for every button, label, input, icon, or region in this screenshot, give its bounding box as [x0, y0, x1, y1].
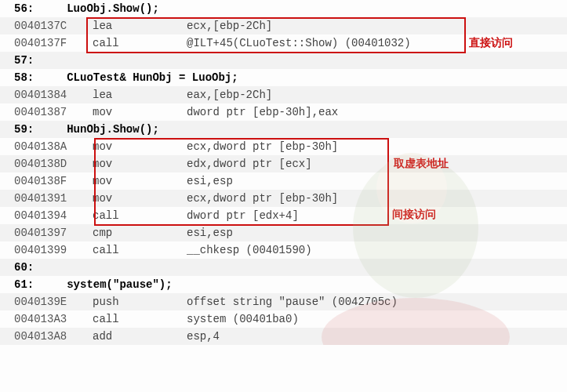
address: 0040138D	[14, 158, 93, 170]
opcode: mov	[93, 158, 187, 170]
operands: ecx,dword ptr [ebp-30h]	[187, 140, 338, 153]
asm-line: 00401394calldword ptr [edx+4]	[0, 207, 567, 224]
opcode: mov	[93, 192, 187, 205]
operands: eax,[ebp-2Ch]	[187, 89, 272, 101]
source-text: 60:	[14, 261, 34, 274]
opcode: add	[93, 330, 187, 343]
opcode: call	[93, 37, 187, 49]
address: 00401391	[14, 192, 93, 205]
source-line: 57:	[0, 52, 567, 69]
asm-line: 00401399call__chkesp (00401590)	[0, 241, 567, 259]
operands: ecx,[ebp-2Ch]	[187, 20, 272, 32]
asm-line: 00401397cmpesi,esp	[0, 224, 567, 241]
source-text: 59: HunObj.Show();	[14, 123, 159, 136]
address: 00401399	[14, 244, 93, 256]
address: 00401384	[14, 89, 93, 101]
source-text: 57:	[14, 54, 34, 67]
address: 0040138F	[14, 175, 93, 187]
address: 004013A3	[14, 313, 93, 325]
opcode: mov	[93, 175, 187, 187]
opcode: push	[93, 296, 187, 308]
operands: edx,dword ptr [ecx]	[187, 158, 312, 170]
operands: esi,esp	[187, 227, 233, 239]
operands: system (00401ba0)	[187, 313, 299, 325]
asm-line: 0040138Fmovesi,esp	[0, 172, 567, 190]
opcode: cmp	[93, 227, 187, 239]
disassembly-listing: 56: LuoObj.Show();0040137Cleaecx,[ebp-2C…	[0, 0, 567, 345]
operands: __chkesp (00401590)	[187, 244, 312, 256]
asm-line: 00401387movdword ptr [ebp-30h],eax	[0, 103, 567, 121]
opcode: mov	[93, 140, 187, 153]
opcode: call	[93, 313, 187, 325]
source-text: 56: LuoObj.Show();	[14, 2, 159, 15]
asm-line: 0040139Epushoffset string "pause" (00427…	[0, 293, 567, 310]
opcode: mov	[93, 106, 187, 118]
asm-line: 00401384leaeax,[ebp-2Ch]	[0, 86, 567, 103]
source-text: 61: system("pause");	[14, 278, 173, 291]
opcode: call	[93, 209, 187, 222]
operands: esi,esp	[187, 175, 233, 187]
address: 0040137F	[14, 37, 93, 49]
source-line: 61: system("pause");	[0, 276, 567, 293]
asm-line: 00401391movecx,dword ptr [ebp-30h]	[0, 190, 567, 207]
annotation-indirect-access: 间接访问	[392, 208, 436, 222]
asm-line: 004013A8addesp,4	[0, 328, 567, 345]
address: 00401397	[14, 227, 93, 239]
address: 004013A8	[14, 330, 93, 343]
address: 0040138A	[14, 140, 93, 153]
asm-line: 0040138Dmovedx,dword ptr [ecx]	[0, 155, 567, 172]
annotation-vtable-fetch: 取虚表地址	[394, 157, 449, 171]
operands: dword ptr [ebp-30h],eax	[187, 106, 338, 118]
opcode: lea	[93, 89, 187, 101]
asm-line: 0040138Amovecx,dword ptr [ebp-30h]	[0, 138, 567, 155]
source-line: 59: HunObj.Show();	[0, 121, 567, 138]
asm-line: 0040137Cleaecx,[ebp-2Ch]	[0, 17, 567, 34]
opcode: call	[93, 244, 187, 256]
address: 00401394	[14, 209, 93, 222]
asm-line: 004013A3callsystem (00401ba0)	[0, 310, 567, 328]
source-line: 58: CLuoTest& HunObj = LuoObj;	[0, 69, 567, 86]
annotation-direct-access: 直接访问	[469, 36, 513, 50]
operands: ecx,dword ptr [ebp-30h]	[187, 192, 338, 205]
operands: @ILT+45(CLuoTest::Show) (00401032)	[187, 37, 411, 49]
opcode: lea	[93, 20, 187, 32]
address: 0040139E	[14, 296, 93, 308]
operands: offset string "pause" (0042705c)	[187, 296, 398, 308]
operands: dword ptr [edx+4]	[187, 209, 299, 222]
address: 0040137C	[14, 20, 93, 32]
operands: esp,4	[187, 330, 220, 343]
source-line: 56: LuoObj.Show();	[0, 0, 567, 17]
address: 00401387	[14, 106, 93, 118]
source-line: 60:	[0, 259, 567, 276]
source-text: 58: CLuoTest& HunObj = LuoObj;	[14, 71, 238, 84]
